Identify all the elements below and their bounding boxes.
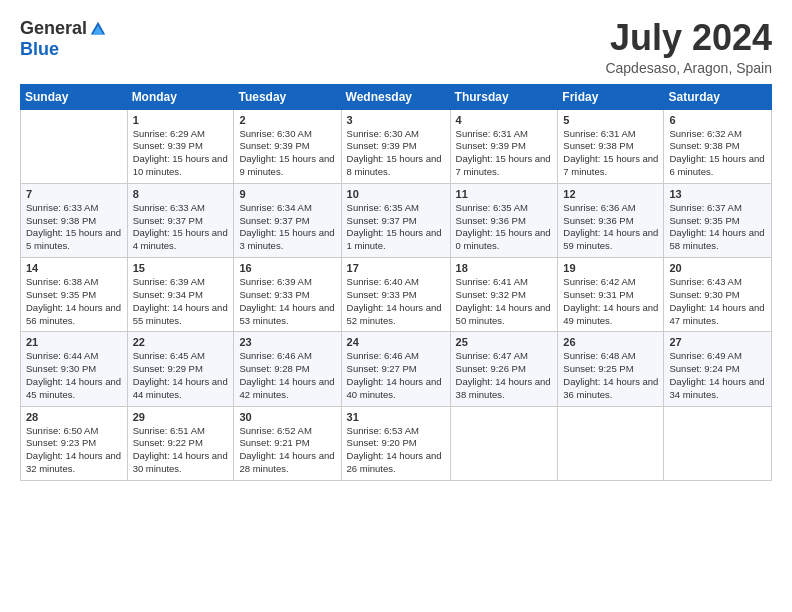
calendar-header: SundayMondayTuesdayWednesdayThursdayFrid… [21,84,772,109]
cell-day-number: 17 [347,262,445,274]
calendar-cell: 15Sunrise: 6:39 AMSunset: 9:34 PMDayligh… [127,258,234,332]
calendar-cell: 23Sunrise: 6:46 AMSunset: 9:28 PMDayligh… [234,332,341,406]
cell-info: Sunrise: 6:34 AMSunset: 9:37 PMDaylight:… [239,202,335,253]
cell-info: Sunrise: 6:39 AMSunset: 9:34 PMDaylight:… [133,276,229,327]
weekday-header-monday: Monday [127,84,234,109]
cell-day-number: 22 [133,336,229,348]
calendar-cell [21,109,128,183]
calendar-cell: 10Sunrise: 6:35 AMSunset: 9:37 PMDayligh… [341,183,450,257]
header: General Blue July 2024 Capdesaso, Aragon… [20,18,772,76]
logo: General Blue [20,18,107,60]
cell-info: Sunrise: 6:44 AMSunset: 9:30 PMDaylight:… [26,350,122,401]
cell-day-number: 15 [133,262,229,274]
calendar-week-4: 21Sunrise: 6:44 AMSunset: 9:30 PMDayligh… [21,332,772,406]
cell-day-number: 10 [347,188,445,200]
cell-info: Sunrise: 6:37 AMSunset: 9:35 PMDaylight:… [669,202,766,253]
cell-info: Sunrise: 6:42 AMSunset: 9:31 PMDaylight:… [563,276,658,327]
calendar-cell: 9Sunrise: 6:34 AMSunset: 9:37 PMDaylight… [234,183,341,257]
cell-info: Sunrise: 6:46 AMSunset: 9:27 PMDaylight:… [347,350,445,401]
cell-day-number: 24 [347,336,445,348]
cell-day-number: 20 [669,262,766,274]
cell-info: Sunrise: 6:38 AMSunset: 9:35 PMDaylight:… [26,276,122,327]
calendar-cell: 26Sunrise: 6:48 AMSunset: 9:25 PMDayligh… [558,332,664,406]
calendar-week-2: 7Sunrise: 6:33 AMSunset: 9:38 PMDaylight… [21,183,772,257]
cell-day-number: 12 [563,188,658,200]
cell-info: Sunrise: 6:35 AMSunset: 9:36 PMDaylight:… [456,202,553,253]
cell-info: Sunrise: 6:47 AMSunset: 9:26 PMDaylight:… [456,350,553,401]
cell-info: Sunrise: 6:41 AMSunset: 9:32 PMDaylight:… [456,276,553,327]
calendar-cell: 16Sunrise: 6:39 AMSunset: 9:33 PMDayligh… [234,258,341,332]
cell-day-number: 25 [456,336,553,348]
calendar-cell [558,406,664,480]
cell-info: Sunrise: 6:45 AMSunset: 9:29 PMDaylight:… [133,350,229,401]
cell-info: Sunrise: 6:49 AMSunset: 9:24 PMDaylight:… [669,350,766,401]
cell-info: Sunrise: 6:31 AMSunset: 9:39 PMDaylight:… [456,128,553,179]
calendar-cell: 28Sunrise: 6:50 AMSunset: 9:23 PMDayligh… [21,406,128,480]
cell-day-number: 19 [563,262,658,274]
cell-day-number: 11 [456,188,553,200]
calendar-cell: 6Sunrise: 6:32 AMSunset: 9:38 PMDaylight… [664,109,772,183]
calendar-cell: 29Sunrise: 6:51 AMSunset: 9:22 PMDayligh… [127,406,234,480]
cell-info: Sunrise: 6:30 AMSunset: 9:39 PMDaylight:… [347,128,445,179]
cell-info: Sunrise: 6:35 AMSunset: 9:37 PMDaylight:… [347,202,445,253]
cell-info: Sunrise: 6:40 AMSunset: 9:33 PMDaylight:… [347,276,445,327]
cell-info: Sunrise: 6:33 AMSunset: 9:38 PMDaylight:… [26,202,122,253]
calendar-cell: 11Sunrise: 6:35 AMSunset: 9:36 PMDayligh… [450,183,558,257]
logo-general-text: General [20,18,87,39]
cell-day-number: 27 [669,336,766,348]
cell-day-number: 14 [26,262,122,274]
calendar-cell: 17Sunrise: 6:40 AMSunset: 9:33 PMDayligh… [341,258,450,332]
weekday-header-sunday: Sunday [21,84,128,109]
weekday-header-wednesday: Wednesday [341,84,450,109]
weekday-row: SundayMondayTuesdayWednesdayThursdayFrid… [21,84,772,109]
calendar-week-3: 14Sunrise: 6:38 AMSunset: 9:35 PMDayligh… [21,258,772,332]
weekday-header-saturday: Saturday [664,84,772,109]
cell-day-number: 31 [347,411,445,423]
cell-day-number: 13 [669,188,766,200]
calendar-cell [664,406,772,480]
calendar-cell: 19Sunrise: 6:42 AMSunset: 9:31 PMDayligh… [558,258,664,332]
calendar-cell: 24Sunrise: 6:46 AMSunset: 9:27 PMDayligh… [341,332,450,406]
calendar-cell: 2Sunrise: 6:30 AMSunset: 9:39 PMDaylight… [234,109,341,183]
calendar-cell: 5Sunrise: 6:31 AMSunset: 9:38 PMDaylight… [558,109,664,183]
location: Capdesaso, Aragon, Spain [605,60,772,76]
calendar-cell: 18Sunrise: 6:41 AMSunset: 9:32 PMDayligh… [450,258,558,332]
cell-info: Sunrise: 6:52 AMSunset: 9:21 PMDaylight:… [239,425,335,476]
calendar-cell: 21Sunrise: 6:44 AMSunset: 9:30 PMDayligh… [21,332,128,406]
calendar-cell: 1Sunrise: 6:29 AMSunset: 9:39 PMDaylight… [127,109,234,183]
cell-day-number: 7 [26,188,122,200]
cell-info: Sunrise: 6:51 AMSunset: 9:22 PMDaylight:… [133,425,229,476]
calendar-cell: 3Sunrise: 6:30 AMSunset: 9:39 PMDaylight… [341,109,450,183]
weekday-header-friday: Friday [558,84,664,109]
cell-day-number: 1 [133,114,229,126]
cell-day-number: 5 [563,114,658,126]
calendar-cell: 25Sunrise: 6:47 AMSunset: 9:26 PMDayligh… [450,332,558,406]
cell-day-number: 30 [239,411,335,423]
cell-day-number: 9 [239,188,335,200]
cell-info: Sunrise: 6:36 AMSunset: 9:36 PMDaylight:… [563,202,658,253]
cell-day-number: 4 [456,114,553,126]
logo-blue-text: Blue [20,39,59,60]
calendar-cell: 14Sunrise: 6:38 AMSunset: 9:35 PMDayligh… [21,258,128,332]
cell-day-number: 29 [133,411,229,423]
calendar-table: SundayMondayTuesdayWednesdayThursdayFrid… [20,84,772,481]
calendar-body: 1Sunrise: 6:29 AMSunset: 9:39 PMDaylight… [21,109,772,480]
cell-day-number: 26 [563,336,658,348]
cell-day-number: 6 [669,114,766,126]
cell-info: Sunrise: 6:32 AMSunset: 9:38 PMDaylight:… [669,128,766,179]
cell-info: Sunrise: 6:43 AMSunset: 9:30 PMDaylight:… [669,276,766,327]
cell-day-number: 3 [347,114,445,126]
calendar-cell: 13Sunrise: 6:37 AMSunset: 9:35 PMDayligh… [664,183,772,257]
cell-day-number: 28 [26,411,122,423]
cell-info: Sunrise: 6:33 AMSunset: 9:37 PMDaylight:… [133,202,229,253]
cell-info: Sunrise: 6:29 AMSunset: 9:39 PMDaylight:… [133,128,229,179]
calendar-cell: 4Sunrise: 6:31 AMSunset: 9:39 PMDaylight… [450,109,558,183]
calendar-cell: 31Sunrise: 6:53 AMSunset: 9:20 PMDayligh… [341,406,450,480]
calendar-cell: 7Sunrise: 6:33 AMSunset: 9:38 PMDaylight… [21,183,128,257]
cell-info: Sunrise: 6:46 AMSunset: 9:28 PMDaylight:… [239,350,335,401]
calendar-cell: 8Sunrise: 6:33 AMSunset: 9:37 PMDaylight… [127,183,234,257]
cell-info: Sunrise: 6:31 AMSunset: 9:38 PMDaylight:… [563,128,658,179]
weekday-header-thursday: Thursday [450,84,558,109]
cell-day-number: 8 [133,188,229,200]
page: General Blue July 2024 Capdesaso, Aragon… [0,0,792,612]
